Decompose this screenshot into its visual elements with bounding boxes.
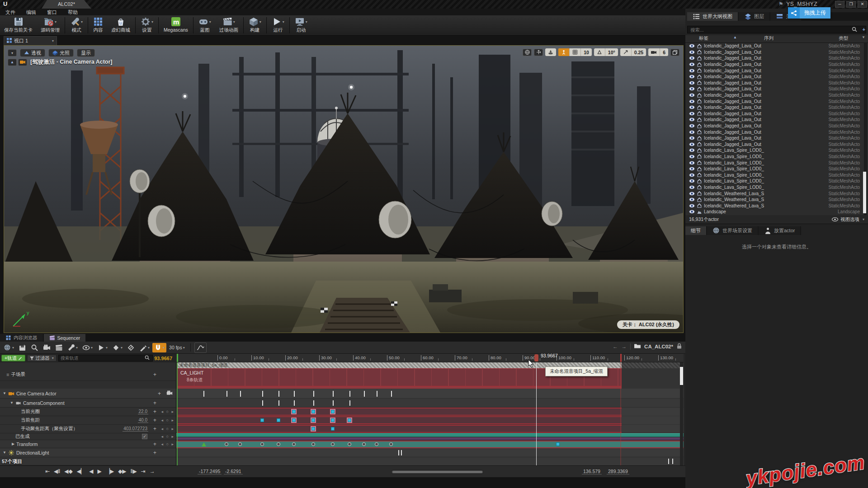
outliner-row[interactable]: Icelandic_Jagged_Lava_Out StaticMeshActo	[685, 80, 868, 86]
angle-snap-icon[interactable]	[594, 48, 605, 56]
keyframe-tick[interactable]	[377, 391, 377, 397]
keyframe-circle[interactable]	[348, 442, 351, 446]
track-search-input[interactable]	[58, 355, 153, 361]
timeline-scrollbar[interactable]	[391, 470, 484, 474]
add-icon[interactable]: +	[153, 450, 156, 456]
outliner-row[interactable]: Icelandic_Jagged_Lava_Out StaticMeshActo	[685, 111, 868, 117]
playhead-handle[interactable]	[534, 354, 538, 361]
keyframe-key[interactable]	[331, 427, 335, 431]
pilot-camera-icon[interactable]	[18, 59, 27, 66]
keyframe-tick[interactable]	[313, 391, 314, 397]
visibility-eye-icon[interactable]	[689, 203, 695, 209]
view-range-end[interactable]: 136.579	[582, 469, 602, 474]
chevron-down-icon[interactable]: ▾	[306, 20, 307, 24]
outliner-row[interactable]: Icelandic_Jagged_Lava_Out StaticMeshActo	[685, 43, 868, 49]
track-camera-actor[interactable]: ▼Cine Camera Actor+	[0, 389, 176, 399]
visibility-eye-icon[interactable]	[689, 123, 695, 129]
transport-playback-mode[interactable]: →	[150, 468, 155, 474]
visibility-eye-icon[interactable]	[689, 141, 695, 147]
transport-prev-frame[interactable]: ◀▏	[77, 468, 85, 474]
chevron-down-icon[interactable]: ▾	[233, 20, 235, 24]
keyframe-area[interactable]: 未命名混音项目_5a_缩混CA_LIGHT8条轨道	[176, 362, 684, 465]
keyframe-circle[interactable]	[292, 442, 296, 446]
seq-tool-pen[interactable]: ▾	[137, 343, 151, 352]
seq-tool-play[interactable]: ▾	[95, 343, 109, 352]
visibility-eye-icon[interactable]	[689, 43, 695, 49]
keyframe-key[interactable]	[311, 427, 315, 431]
keyframe-tick[interactable]	[313, 400, 314, 406]
outliner-row[interactable]: Icelandic_Lava_Spire_LOD0_ StaticMeshAct…	[685, 166, 868, 172]
section-start-triangle[interactable]	[202, 442, 206, 446]
toolbar-button-megascans[interactable]: mMegascans	[160, 15, 192, 35]
outliner-row[interactable]: Icelandic_Jagged_Lava_Out StaticMeshActo	[685, 117, 868, 123]
add-filter-icon[interactable]: +	[863, 27, 865, 32]
add-icon[interactable]: +	[153, 371, 156, 378]
working-range-start[interactable]: -177.2495	[198, 469, 222, 474]
toolbar-button-gear[interactable]: ▾设置	[137, 15, 157, 35]
keyframe-key[interactable]	[331, 410, 335, 413]
camera-component-row[interactable]	[176, 399, 684, 408]
toolbar-button-source[interactable]: ▾源码管理	[37, 15, 64, 35]
add-icon[interactable]: +	[153, 441, 156, 447]
minimize-button[interactable]: ─	[835, 1, 844, 8]
toolbar-button-modes[interactable]: ▾模式	[66, 15, 87, 35]
transport-play-reverse[interactable]: ◀	[89, 468, 93, 474]
outliner-row[interactable]: Icelandic_Weathered_Lava_S StaticMeshAct…	[685, 190, 868, 197]
transport-play-forward[interactable]: ▶	[97, 468, 101, 474]
keyframe-key[interactable]	[556, 442, 560, 446]
view-range-start[interactable]: -2.6291	[224, 469, 243, 474]
keyframe-tick[interactable]	[278, 391, 279, 397]
keyframe-tick[interactable]	[349, 400, 350, 406]
level-tab[interactable]: ALC02*	[42, 0, 91, 9]
playback-range-start[interactable]	[177, 354, 178, 362]
toolbar-button-cube[interactable]: ▾构建	[245, 15, 265, 35]
track-spawned[interactable]: 已生成✓◂ ○ ▸	[0, 433, 176, 440]
focal-value[interactable]: 40.0	[138, 418, 148, 423]
keyframe-key[interactable]	[311, 418, 315, 422]
keyframe-key[interactable]	[348, 418, 351, 422]
outliner-tab-世界大纲视图[interactable]: 世界大纲视图	[687, 12, 738, 21]
keyframe-tick[interactable]	[398, 450, 399, 455]
keyframe-tick[interactable]	[294, 391, 295, 397]
details-tab-细节[interactable]: 细节	[685, 226, 706, 235]
focus-value[interactable]: 403.072723	[123, 426, 148, 432]
sequencer-tab-内容浏览器[interactable]: 内容浏览器	[0, 334, 43, 342]
key-nav[interactable]: ◂ ○ ▸	[161, 409, 175, 414]
chevron-down-icon[interactable]: ▾	[209, 20, 211, 24]
toolbar-button-content[interactable]: 内容	[89, 15, 107, 35]
track-dirlight[interactable]: ▼DirectionalLight+	[0, 448, 176, 457]
chevron-down-icon[interactable]: ▾	[151, 20, 153, 24]
viewport-options-button[interactable]: ▾	[8, 49, 17, 56]
visibility-eye-icon[interactable]	[689, 191, 695, 197]
key-nav[interactable]: ◂ ○ ▸	[161, 427, 175, 431]
keyframe-circle[interactable]	[277, 442, 280, 446]
perspective-button[interactable]: 透视	[20, 49, 45, 57]
outliner-row[interactable]: Icelandic_Weathered_Lava_S StaticMeshAct…	[685, 197, 868, 203]
visibility-eye-icon[interactable]	[689, 61, 695, 67]
visibility-eye-icon[interactable]	[689, 197, 695, 202]
visibility-eye-icon[interactable]	[689, 99, 695, 104]
spawned-checkbox[interactable]: ✓	[142, 434, 147, 439]
outliner-row[interactable]: Icelandic_Lava_Spire_LOD0_ StaticMeshAct…	[685, 160, 868, 166]
keyframe-circle[interactable]	[260, 442, 264, 446]
chevron-down-icon[interactable]: ▾	[55, 20, 57, 24]
add-icon[interactable]: +	[153, 400, 156, 406]
lit-mode-button[interactable]: 光照	[48, 49, 74, 57]
outliner-tab-图层[interactable]: 图层	[739, 12, 769, 21]
seq-tool-world[interactable]: ▾	[2, 343, 16, 352]
visibility-eye-icon[interactable]	[689, 147, 695, 153]
keyframe-tick[interactable]	[203, 391, 204, 397]
keyframe-key[interactable]	[311, 410, 315, 413]
outliner-row[interactable]: Icelandic_Jagged_Lava_Out StaticMeshActo	[685, 123, 868, 129]
outliner-row[interactable]: Icelandic_Jagged_Lava_Out StaticMeshActo	[685, 49, 868, 56]
outliner-row[interactable]: Icelandic_Lava_Spire_LOD0_ StaticMeshAct…	[685, 172, 868, 178]
close-button[interactable]: ✕	[858, 1, 867, 8]
track-hidden[interactable]	[0, 457, 176, 465]
toolbar-button-launch[interactable]: ▾启动	[291, 15, 311, 35]
column-label[interactable]: 标签	[685, 35, 740, 42]
track-transform[interactable]: ▶Transform+◂ ○ ▸	[0, 440, 176, 448]
grid-size-value[interactable]: 10	[580, 48, 592, 56]
transform-row[interactable]	[176, 441, 684, 448]
keyframe-circle[interactable]	[362, 442, 366, 446]
maximize-button[interactable]: ❐	[846, 1, 856, 8]
